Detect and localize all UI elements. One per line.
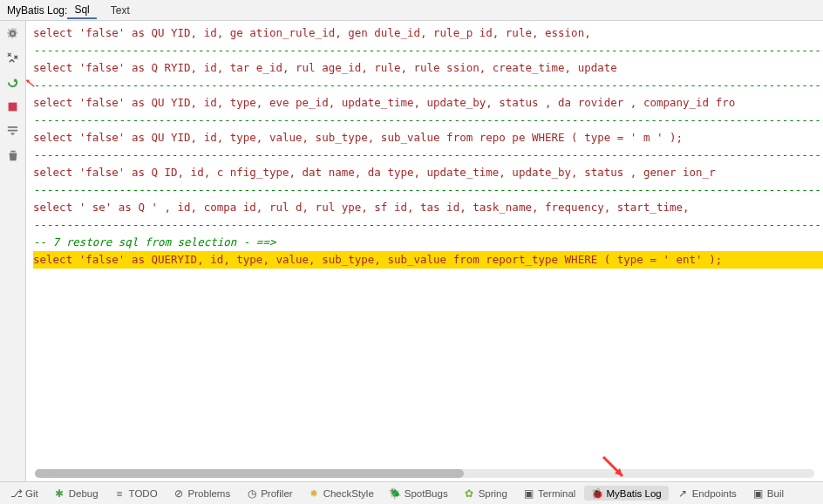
log-line: select 'false' as QU YID, id, type, valu… (33, 129, 823, 146)
bottom-profiler[interactable]: ◷ Profiler (239, 486, 299, 501)
log-separator: ----------------------------------------… (33, 146, 823, 164)
bottom-spotbugs[interactable]: 🪲 SpotBugs (383, 486, 455, 501)
debug-icon: ✱ (54, 487, 65, 499)
bottom-endpoints[interactable]: ↗ Endpoints (670, 486, 744, 501)
log-line: select 'false' as Q RYID, id, tar e_id, … (33, 59, 823, 77)
checkstyle-icon: ✸ (309, 487, 320, 499)
horizontal-scrollbar[interactable] (35, 469, 814, 478)
bottom-debug[interactable]: ✱ Debug (47, 486, 105, 501)
log-comment: -- 7 restore sql from selection - ==> (33, 234, 823, 251)
bottom-todo[interactable]: ≡ TODO (107, 486, 165, 501)
bottom-git[interactable]: ⎇ Git (3, 486, 45, 501)
scroll-to-end-icon[interactable] (4, 122, 22, 140)
log-line: select ' se' as Q ' , id, compa id, rul … (33, 199, 823, 216)
clear-icon[interactable] (4, 146, 22, 164)
header-title: MyBatis Log: (7, 4, 67, 17)
svg-rect-0 (9, 102, 17, 111)
log-line: select 'false' as QU YID, id, ge ation_r… (33, 24, 823, 42)
log-separator: ----------------------------------------… (33, 77, 823, 94)
build-icon: ▣ (752, 487, 764, 499)
bottom-toolbar: ⎇ Git ✱ Debug ≡ TODO ⊘ Problems ◷ Profil… (0, 481, 823, 504)
tab-sql[interactable]: Sql (67, 2, 96, 19)
terminal-icon: ▣ (523, 487, 534, 499)
log-separator: ----------------------------------------… (33, 112, 823, 129)
toolbar-left (0, 21, 26, 481)
spotbugs-icon: 🪲 (390, 487, 401, 499)
bottom-checkstyle[interactable]: ✸ CheckStyle (302, 486, 381, 501)
settings-icon[interactable] (4, 24, 22, 42)
stop-icon[interactable] (4, 98, 22, 115)
endpoints-icon: ↗ (677, 487, 689, 499)
log-separator: ----------------------------------------… (33, 42, 823, 59)
log-line-highlighted: select 'false' as QUERYID, id, type, val… (33, 251, 823, 269)
todo-icon: ≡ (114, 487, 126, 499)
log-line: select 'false' as QU YID, id, type, eve … (33, 94, 823, 112)
log-line: select 'false' as Q ID, id, c nfig_type,… (33, 164, 823, 181)
spring-icon: ✿ (464, 487, 475, 499)
header-bar: MyBatis Log: Sql Text (0, 0, 823, 21)
tools-icon[interactable] (4, 49, 22, 66)
tab-text[interactable]: Text (104, 3, 137, 18)
restore-icon[interactable] (4, 73, 22, 91)
bottom-mybatislog[interactable]: 🐞 MyBatis Log (584, 486, 668, 501)
profiler-icon: ◷ (246, 487, 257, 499)
log-content[interactable]: select 'false' as QU YID, id, ge ation_r… (26, 21, 823, 481)
log-separator: ----------------------------------------… (33, 181, 823, 199)
bottom-terminal[interactable]: ▣ Terminal (516, 486, 582, 501)
bottom-spring[interactable]: ✿ Spring (457, 486, 514, 501)
bottom-problems[interactable]: ⊘ Problems (167, 486, 238, 501)
bottom-build[interactable]: ▣ Buil (745, 486, 791, 501)
git-icon: ⎇ (10, 487, 22, 499)
scrollbar-thumb[interactable] (35, 469, 464, 478)
log-separator: ----------------------------------------… (33, 216, 823, 234)
problems-icon: ⊘ (173, 487, 185, 499)
mybatislog-icon: 🐞 (591, 487, 602, 499)
